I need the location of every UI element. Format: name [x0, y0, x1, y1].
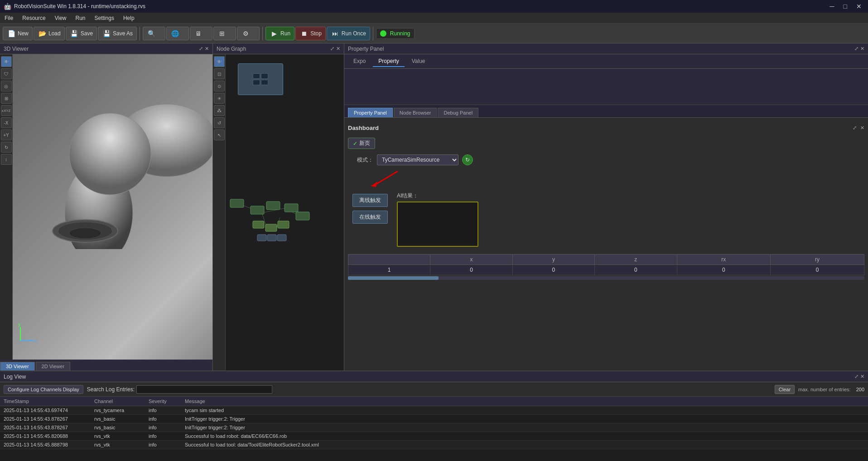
viewer-3d-restore[interactable]: ⤢ [199, 46, 203, 52]
tab-property[interactable]: Property [373, 56, 404, 67]
view-tool-target[interactable]: ◎ [1, 81, 12, 91]
svg-rect-26 [277, 235, 286, 241]
log-ts: 2025-01-13 14:55:43.697474 [0, 406, 91, 415]
axes-label: x y [16, 322, 43, 346]
close-button[interactable]: ✕ [854, 2, 864, 11]
titlebar-right[interactable]: ─ □ ✕ [827, 2, 864, 11]
dashboard-close[interactable]: ✕ [860, 125, 864, 131]
log-search-input[interactable] [136, 385, 272, 394]
log-table: TimeStamp Channel Severity Message 2025-… [0, 397, 868, 449]
cell-z: 0 [595, 265, 677, 275]
panel-sw-property[interactable]: Property Panel [348, 108, 393, 117]
menu-settings[interactable]: Settings [90, 14, 119, 22]
offline-trigger-button[interactable]: 离线触发 [352, 194, 388, 207]
node-tool-square[interactable]: ⊡ [214, 68, 225, 79]
svg-rect-16 [230, 199, 244, 207]
menu-file[interactable]: File [0, 14, 18, 22]
minimize-button[interactable]: ─ [827, 2, 837, 11]
node-tool-refresh[interactable]: ↺ [214, 117, 225, 128]
panel-sw-debug[interactable]: Debug Panel [438, 108, 478, 117]
node-tool-cursor[interactable]: ↖ [214, 130, 225, 140]
prop-content-area [344, 69, 868, 105]
load-button[interactable]: 📂 Load [34, 27, 65, 40]
viewer-3d-viewport[interactable]: 👁 🛡 ◎ ⊞ ±XYZ -X +Y ↻ ↕ [0, 54, 212, 360]
robot-icon: ⚙ [241, 29, 250, 38]
property-panel-restore[interactable]: ⤢ [854, 46, 858, 52]
view-tool-x[interactable]: -X [1, 117, 12, 128]
ng-widget-inner [251, 72, 270, 86]
view-tool-shield[interactable]: 🛡 [1, 68, 12, 79]
svg-marker-28 [371, 182, 377, 187]
node-graph-title: Node Graph [217, 46, 246, 52]
check-icon: ✓ [353, 140, 357, 147]
new-button[interactable]: 📄 New [3, 27, 33, 40]
node-graph-close[interactable]: ✕ [336, 46, 340, 52]
red-arrow-svg [366, 169, 402, 187]
new-page-button[interactable]: ✓ 新页 [348, 138, 375, 149]
log-ch: rvs_vtk [91, 432, 145, 441]
svg-rect-25 [267, 235, 276, 241]
menu-run[interactable]: Run [71, 14, 90, 22]
running-status[interactable]: Running [376, 28, 415, 39]
sep2 [262, 27, 263, 40]
tab-value[interactable]: Value [406, 56, 431, 67]
online-trigger-button[interactable]: 在线触发 [352, 211, 388, 224]
log-row: 2025-01-13 14:55:43.697474 rvs_tycamera … [0, 406, 868, 415]
data-table-container: x y z rx ry 1 0 0 0 0 0 [348, 250, 864, 280]
node-graph-viewport[interactable]: 👁 ⊡ ⊙ ✳ ⁂ ↺ ↖ [213, 54, 344, 370]
refresh-button[interactable]: ↻ [462, 154, 473, 165]
log-sev: info [145, 406, 181, 415]
run-button[interactable]: ▶ Run [265, 27, 294, 40]
monitor-button[interactable]: 🖥 [190, 27, 212, 40]
log-close[interactable]: ✕ [860, 374, 864, 379]
configure-log-button[interactable]: Configure Log Channels Display [4, 385, 83, 394]
th-id [348, 255, 430, 265]
th-severity: Severity [145, 397, 181, 406]
titlebar-left: 🤖 RobotVisionSuite Win 1.8.314 - runtime… [4, 3, 145, 10]
tab-expo[interactable]: Expo [348, 56, 371, 67]
node-tool-circle[interactable]: ⊙ [214, 81, 225, 91]
tab-2d-viewer[interactable]: 2D Viewer [36, 362, 71, 370]
view-tool-rz[interactable]: ↻ [1, 142, 12, 153]
view-tool-tz[interactable]: ↕ [1, 154, 12, 165]
view-tool-y[interactable]: +Y [1, 130, 12, 140]
saveas-button[interactable]: 💾 Save As [98, 27, 137, 40]
stop-button[interactable]: ⏹ Stop [295, 27, 326, 40]
ng-widget-node[interactable] [238, 63, 283, 95]
node-tool-connect[interactable]: ⁂ [214, 105, 225, 116]
dashboard-restore[interactable]: ⤢ [853, 125, 857, 131]
window-title: RobotVisionSuite Win 1.8.314 - runtime/u… [14, 3, 145, 10]
node-tool-eye[interactable]: 👁 [214, 56, 225, 67]
viewer-3d-header: 3D Viewer ⤢ ✕ [0, 43, 212, 54]
clear-log-button[interactable]: Clear [775, 385, 795, 394]
save-button[interactable]: 💾 Save [66, 27, 97, 40]
globe-button[interactable]: 🌐 [166, 27, 189, 40]
node-graph-restore[interactable]: ⤢ [330, 46, 334, 52]
action-buttons: 离线触发 在线触发 [352, 194, 388, 224]
runonce-button[interactable]: ⏭ Run Once [327, 27, 370, 40]
panel-sw-browser[interactable]: Node Browser [394, 108, 437, 117]
search-button[interactable]: 🔍 [143, 27, 165, 40]
dashboard-title: Dashboard [348, 125, 379, 131]
load-icon: 📂 [38, 29, 47, 38]
menu-resource[interactable]: Resource [18, 14, 50, 22]
viewer-3d-close[interactable]: ✕ [205, 46, 209, 52]
table-scroll-thumb[interactable] [348, 276, 439, 280]
th-message: Message [181, 397, 868, 406]
tab-3d-viewer[interactable]: 3D Viewer [0, 362, 35, 370]
menu-help[interactable]: Help [119, 14, 139, 22]
view-tool-move-xyz[interactable]: ±XYZ [1, 105, 12, 116]
ai-result-section: AI结果： [397, 192, 478, 247]
view-tool-eye[interactable]: 👁 [1, 56, 12, 67]
robot-button[interactable]: ⚙ [237, 27, 260, 40]
property-panel-close[interactable]: ✕ [860, 46, 864, 52]
view-tool-layer[interactable]: ⊞ [1, 93, 12, 104]
log-restore[interactable]: ⤢ [854, 374, 858, 379]
mode-select[interactable]: TyCameraSimResource [377, 154, 458, 165]
node-tool-star[interactable]: ✳ [214, 93, 225, 104]
grid-button[interactable]: ⊞ [213, 27, 236, 40]
table-row: 1 0 0 0 0 0 [348, 265, 864, 275]
maximize-button[interactable]: □ [841, 2, 850, 11]
menu-view[interactable]: View [50, 14, 71, 22]
log-msg: InitTrigger trigger:2: Trigger [181, 423, 868, 432]
